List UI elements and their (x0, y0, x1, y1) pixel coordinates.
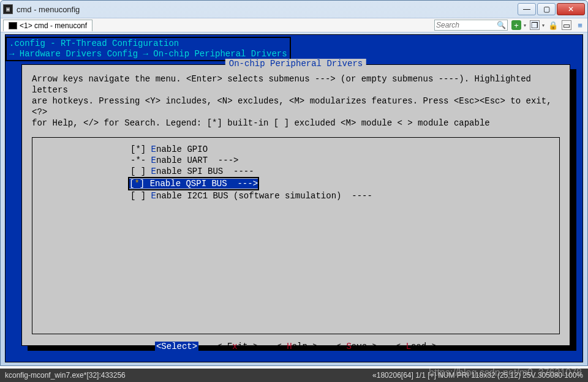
help-line: for Help, </> for Search. Legend: [*] bu… (32, 118, 560, 129)
windows-icon[interactable]: ❐ (530, 20, 540, 30)
status-left: kconfig-mconf_win7.exe*[32]:433256 (5, 371, 126, 380)
search-input[interactable] (435, 21, 497, 29)
tab-terminal[interactable]: <1> cmd - menuconf (3, 20, 92, 31)
toolbar: <1> cmd - menuconf 🔍 +▾ ❐▾ 🔒 ▭ ≡ (1, 18, 587, 32)
window-controls: — ▢ ✕ (516, 3, 585, 15)
help-line: are hotkeys. Pressing <Y> includes, <N> … (32, 96, 560, 118)
maximize-button[interactable]: ▢ (537, 3, 556, 15)
titlebar: ▣ cmd - menuconfig — ▢ ✕ (1, 1, 587, 18)
help-text: Arrow keys navigate the menu. <Enter> se… (22, 65, 570, 131)
load-button[interactable]: < Load > (396, 342, 437, 351)
dropdown-icon[interactable]: ▾ (524, 23, 526, 28)
menu-list: [*] Enable GPIO -*- Enable UART ---> [ ]… (32, 137, 560, 334)
help-line: Arrow keys navigate the menu. <Enter> se… (32, 73, 560, 96)
terminal: .config - RT-Thread Configuration → Hard… (5, 34, 583, 362)
menu-item-qspi[interactable]: [*] Enable QSPI BUS ---> (32, 177, 559, 190)
tab-label: <1> cmd - menuconf (20, 21, 87, 30)
select-button[interactable]: <Select> (155, 342, 198, 351)
search-box[interactable]: 🔍 (434, 20, 508, 31)
menu-item-spi[interactable]: [ ] Enable SPI BUS ---- (32, 166, 559, 177)
statusbar: kconfig-mconf_win7.exe*[32]:433256 «1802… (0, 369, 588, 382)
add-icon[interactable]: + (511, 20, 521, 30)
status-right: «180206[64] 1/1 [+] NUM PRI 118x32 (25,1… (372, 371, 583, 380)
menu-icon[interactable]: ≡ (575, 20, 585, 30)
menu-item-uart[interactable]: -*- Enable UART ---> (32, 155, 559, 166)
app-icon: ▣ (3, 4, 13, 14)
config-panel: On-chip Peripheral Drivers Arrow keys na… (21, 64, 570, 346)
help-button[interactable]: < Help > (276, 342, 317, 351)
lock-icon[interactable]: 🔒 (548, 20, 558, 30)
panel-icon[interactable]: ▭ (562, 20, 571, 30)
menu-item-gpio[interactable]: [*] Enable GPIO (32, 144, 559, 155)
toolbar-icons: +▾ ❐▾ 🔒 ▭ ≡ (511, 20, 585, 30)
exit-button[interactable]: < Exit > (217, 342, 258, 351)
dropdown-icon[interactable]: ▾ (542, 23, 545, 28)
minimize-button[interactable]: — (518, 3, 536, 15)
save-button[interactable]: < Save > (336, 342, 377, 351)
window-title: cmd - menuconfig (17, 5, 80, 14)
menu-item-i2c[interactable]: [ ] Enable I2C1 BUS (software simulation… (32, 190, 559, 201)
window-frame: ▣ cmd - menuconfig — ▢ ✕ <1> cmd - menuc… (0, 0, 588, 366)
terminal-icon (9, 22, 17, 29)
action-row: <Select> < Exit > < Help > < Save > < Lo… (22, 342, 570, 356)
breadcrumb: .config - RT-Thread Configuration → Hard… (6, 37, 291, 61)
panel-title: On-chip Peripheral Drivers (225, 59, 366, 69)
close-button[interactable]: ✕ (557, 3, 585, 15)
search-icon[interactable]: 🔍 (497, 21, 506, 29)
